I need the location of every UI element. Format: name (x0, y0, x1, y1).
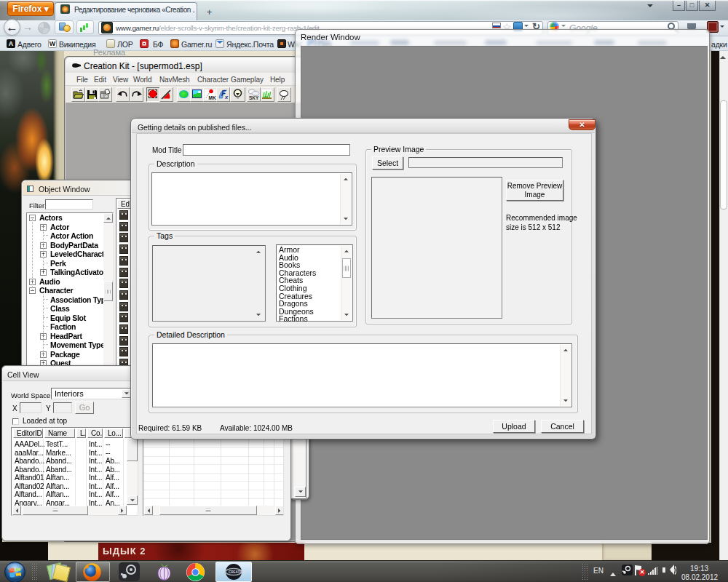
svg-text:CREATION: CREATION (229, 570, 245, 574)
svg-text:SKY: SKY (249, 95, 259, 100)
svg-text:x: x (224, 94, 229, 100)
svg-text:MK: MK (209, 95, 216, 100)
